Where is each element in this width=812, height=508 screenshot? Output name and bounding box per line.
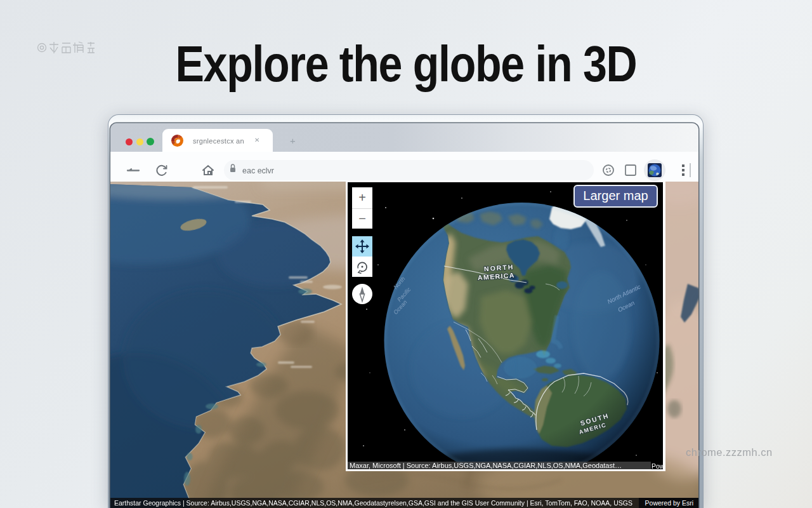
svg-text:eac eclvr: eac eclvr [242, 166, 274, 175]
